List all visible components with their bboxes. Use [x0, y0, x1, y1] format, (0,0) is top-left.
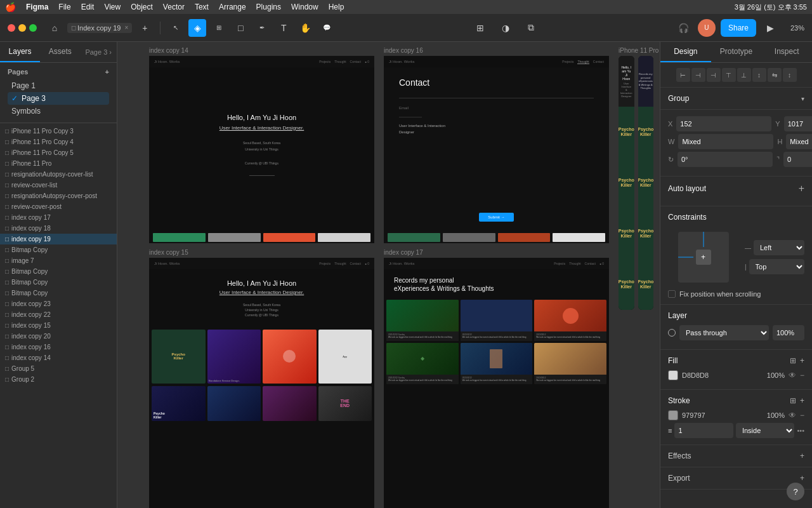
align-bottom-icon[interactable]: ↕ — [752, 68, 766, 82]
layer-review-post[interactable]: □ review-cover-post — [0, 201, 117, 212]
layer-index20[interactable]: □ index copy 20 — [0, 331, 117, 342]
layer-iphone-copy5[interactable]: □ iPhone 11 Pro Copy 5 — [0, 147, 117, 158]
layer-index14[interactable]: □ index copy 14 — [0, 352, 117, 363]
tab-prototype[interactable]: Prototype — [711, 42, 762, 62]
export-add-icon[interactable]: + — [800, 474, 804, 483]
menu-help[interactable]: Help — [329, 3, 344, 11]
stroke-more-icon[interactable]: ••• — [797, 427, 804, 434]
effects-add-icon[interactable]: + — [800, 451, 804, 460]
play-button[interactable]: ▶ — [761, 19, 779, 37]
minimize-button[interactable] — [18, 24, 26, 32]
fill-opacity-value[interactable]: 100% — [767, 371, 785, 379]
menu-view[interactable]: View — [104, 3, 121, 11]
layer-image7[interactable]: □ image 7 — [0, 255, 117, 266]
zoom-display[interactable]: 23% — [784, 24, 804, 32]
distribute-v-icon[interactable]: ↕ — [783, 68, 797, 82]
fill-add-icon[interactable]: + — [800, 356, 804, 365]
tab-inspect[interactable]: Inspect — [761, 42, 812, 62]
stroke-minus-icon[interactable]: − — [800, 411, 804, 420]
pen-tool[interactable]: ✒ — [253, 19, 271, 37]
tab-assets[interactable]: Assets — [40, 42, 80, 62]
layer-bitmap3[interactable]: □ Bitmap Copy — [0, 277, 117, 288]
grid-icon[interactable]: ⊞ — [471, 19, 489, 37]
layer-index15[interactable]: □ index copy 15 — [0, 320, 117, 331]
v-constraint-select[interactable]: Top — [749, 259, 804, 274]
auto-layout-add-icon[interactable]: + — [799, 183, 804, 194]
blend-mode-select[interactable]: Pass through — [679, 325, 769, 340]
corner-input[interactable] — [783, 152, 812, 167]
layer-resignation-list[interactable]: □ resignationAutopsy-cover-list — [0, 169, 117, 180]
maximize-button[interactable] — [29, 24, 37, 32]
tab-layers[interactable]: Layers — [0, 42, 40, 62]
layer-index16[interactable]: □ index copy 16 — [0, 342, 117, 352]
stroke-color-swatch[interactable] — [668, 410, 678, 420]
fill-eye-icon[interactable]: 👁 — [789, 371, 796, 380]
stroke-grid-icon[interactable]: ⊞ — [790, 396, 796, 405]
fill-color-swatch[interactable] — [668, 370, 678, 380]
fill-minus-icon[interactable]: − — [800, 371, 804, 380]
h-constraint-select[interactable]: Left — [754, 240, 804, 255]
page-item-3[interactable]: ✓ Page 3 — [8, 92, 109, 105]
submit-button[interactable]: Submit → — [479, 213, 513, 222]
menu-text[interactable]: Text — [195, 3, 209, 11]
align-center-h-icon[interactable]: ⊣ — [691, 68, 705, 82]
comment-tool[interactable]: 💬 — [318, 19, 336, 37]
iphone-frame-2[interactable]: Records my personaleXperiences & Writing… — [638, 56, 654, 310]
menu-window[interactable]: Window — [291, 3, 318, 11]
canvas-area[interactable]: index copy 14 Ji Hoon. Works Projects Th… — [117, 42, 660, 508]
fill-grid-icon[interactable]: ⊞ — [790, 356, 796, 365]
stroke-weight-input[interactable] — [674, 423, 733, 438]
h-input[interactable] — [786, 134, 812, 149]
layer-group5[interactable]: □ Group 5 — [0, 363, 117, 374]
move-tool[interactable]: ↖ — [167, 19, 185, 37]
menu-vector[interactable]: Vector — [163, 3, 185, 11]
share-button[interactable]: Share — [721, 19, 756, 37]
layer-bitmap4[interactable]: □ Bitmap Copy — [0, 288, 117, 298]
layer-index18[interactable]: □ index copy 18 — [0, 223, 117, 234]
menu-object[interactable]: Object — [131, 3, 153, 11]
select-tool[interactable]: ◈ — [188, 19, 206, 37]
iphone-frame-1[interactable]: Hello, I am Yu Ji Hoon User Interface & … — [619, 56, 634, 310]
layer-bitmap1[interactable]: □ Bitmap Copy — [0, 244, 117, 255]
menu-arrange[interactable]: Arrange — [219, 3, 246, 11]
frame-index17[interactable]: Ji Hoon. Works Projects Thought Contact … — [384, 258, 609, 508]
component-icon[interactable]: ⧉ — [522, 19, 540, 37]
y-input[interactable] — [784, 116, 812, 131]
menu-plugins[interactable]: Plugins — [256, 3, 281, 11]
layer-iphone-copy3[interactable]: □ iPhone 11 Pro Copy 3 — [0, 126, 117, 137]
w-input[interactable] — [678, 134, 773, 149]
text-tool[interactable]: T — [275, 19, 292, 37]
align-right-icon[interactable]: ⊣ — [707, 68, 721, 82]
help-button[interactable]: ? — [787, 483, 804, 500]
page-item-symbols[interactable]: Symbols — [8, 105, 109, 117]
hand-tool[interactable]: ✋ — [296, 19, 314, 37]
layer-iphone-pro[interactable]: □ iPhone 11 Pro — [0, 158, 117, 169]
add-tab-button[interactable]: + — [136, 19, 154, 37]
x-input[interactable] — [676, 116, 771, 131]
align-middle-v-icon[interactable]: ⊥ — [737, 68, 751, 82]
layer-index23[interactable]: □ index copy 23 — [0, 298, 117, 309]
fill-color-value[interactable]: D8D8D8 — [682, 371, 763, 379]
page-item-1[interactable]: Page 1 — [8, 79, 109, 92]
close-button[interactable] — [8, 24, 15, 32]
layer-iphone-copy4[interactable]: □ iPhone 11 Pro Copy 4 — [0, 137, 117, 147]
add-page-icon[interactable]: + — [105, 68, 109, 76]
tab-close-icon[interactable]: × — [125, 24, 129, 31]
frame-index16[interactable]: Ji Hoon. Works Projects Thought Contact … — [384, 56, 609, 243]
frame-index15[interactable]: Ji Hoon. Works Projects Thought Contact … — [149, 258, 374, 508]
home-icon[interactable]: ⌂ — [46, 19, 63, 37]
layer-group2[interactable]: □ Group 2 — [0, 374, 117, 385]
layer-review-list[interactable]: □ review-cover-list — [0, 180, 117, 190]
align-left-icon[interactable]: ⊢ — [676, 68, 690, 82]
menu-file[interactable]: File — [58, 3, 70, 11]
fix-scroll-checkbox[interactable] — [668, 290, 676, 298]
rotation-input[interactable] — [678, 152, 773, 167]
layer-index19[interactable]: □ index copy 19 — [0, 234, 117, 244]
layer-resignation-post[interactable]: □ resignationAutopsy-cover-post — [0, 190, 117, 201]
stroke-opacity-value[interactable]: 100% — [767, 411, 785, 419]
stroke-add-icon[interactable]: + — [800, 396, 804, 405]
frame-index14[interactable]: Ji Hoon. Works Projects Thought Contact … — [149, 56, 374, 243]
frame-tool[interactable]: ⊞ — [210, 19, 228, 37]
layer-bitmap2[interactable]: □ Bitmap Copy — [0, 266, 117, 277]
stroke-color-value[interactable]: 979797 — [682, 411, 763, 419]
